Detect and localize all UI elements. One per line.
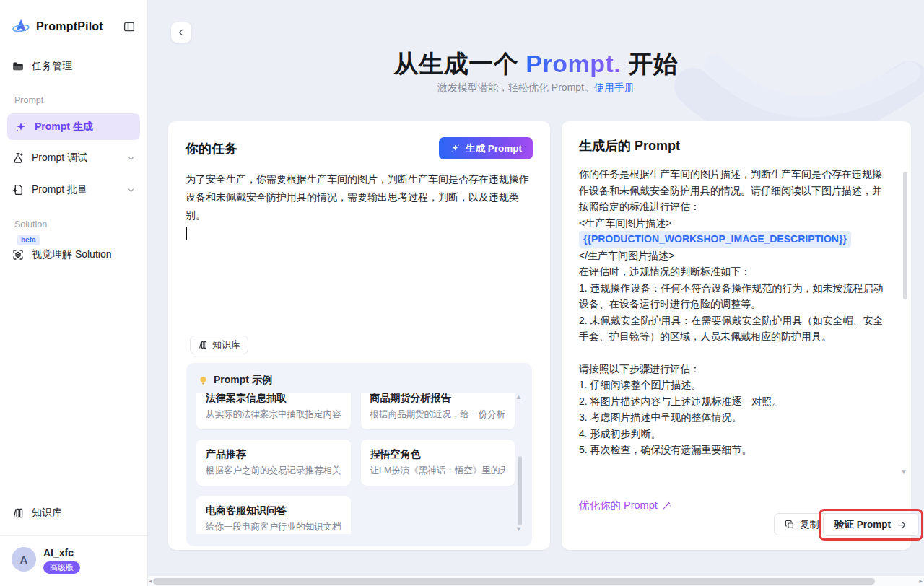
- plan-badge: 高级版: [43, 561, 80, 574]
- sidebar-item-label: 视觉理解 Solution: [32, 248, 111, 261]
- example-desc: 根据商品期货的近况，给一份分析报…: [370, 408, 506, 421]
- user-profile[interactable]: A AI_xfc 高级版: [12, 547, 140, 574]
- generate-button-label: 生成 Prompt: [466, 142, 522, 155]
- main-content: 从生成一个 Prompt. 开始 激发模型潜能，轻松优化 Prompt。使用手册…: [148, 0, 924, 586]
- section-label-solution: Solution: [14, 219, 47, 229]
- brand-name: PromptPilot: [36, 20, 116, 33]
- title-suffix: 开始: [621, 50, 678, 77]
- sidebar-collapse-icon[interactable]: [121, 19, 137, 35]
- chevron-down-icon: [126, 185, 136, 195]
- prompt-variable[interactable]: {{PRODUCTION_WORKSHOP_IMAGE_DESCRIPTION}…: [579, 231, 851, 248]
- step-item: 3. 考虑图片描述中呈现的整体情况。: [579, 409, 891, 426]
- verify-prompt-button[interactable]: 验证 Prompt: [823, 513, 919, 536]
- step-item: 1. 仔细阅读整个图片描述。: [579, 377, 891, 393]
- text-cursor: [186, 227, 187, 240]
- manual-link[interactable]: 使用手册: [594, 82, 635, 93]
- example-title: 商品期货分析报告: [370, 393, 506, 405]
- horizontal-scrollbar[interactable]: ◂ ▸: [148, 575, 924, 586]
- promptpilot-logo-icon: [12, 17, 30, 36]
- horizontal-scrollbar-thumb[interactable]: [153, 578, 875, 585]
- arrow-right-icon: [897, 520, 907, 530]
- scroll-right-arrow-icon[interactable]: ▸: [919, 577, 923, 585]
- title-highlight: Prompt.: [526, 50, 621, 77]
- example-card[interactable]: 商品期货分析报告 根据商品期货的近况，给一份分析报…: [361, 393, 515, 429]
- prompt-tag-close: </生产车间图片描述>: [579, 248, 891, 264]
- example-desc: 让LM扮演《黑神话：悟空》里的天命…: [370, 464, 506, 478]
- knowledge-chip-label: 知识库: [212, 338, 240, 351]
- avatar: A: [12, 547, 36, 572]
- sidebar-item-label: Prompt 生成: [35, 121, 93, 134]
- prompt-examples-section: Prompt 示例 法律案宗信息抽取 从实际的法律案宗中抽取指定内容，… 商品期…: [186, 363, 532, 546]
- magic-wand-icon: [661, 500, 672, 511]
- task-input[interactable]: 为了安全生产，你需要根据生产车间的图片，判断生产车间是否存在违规操作设备和未佩戴…: [186, 170, 533, 240]
- criteria-item: 2. 未佩戴安全防护用具：在需要佩戴安全防护用具（如安全帽、安全手套、护目镜等）…: [579, 312, 891, 345]
- sidebar-item-label: Prompt 批量: [32, 183, 87, 196]
- sidebar-item-knowledge-base[interactable]: 知识库: [0, 500, 147, 526]
- page-title: 从生成一个 Prompt. 开始: [148, 48, 924, 81]
- sidebar: PromptPilot 任务管理 Prompt: [0, 0, 148, 586]
- scroll-down-arrow-icon[interactable]: ▼: [515, 526, 522, 533]
- sidebar-item-vision-solution[interactable]: beta 视觉理解 Solution: [0, 244, 147, 266]
- vision-cube-icon: [12, 248, 25, 261]
- example-title: 产品推荐: [206, 447, 341, 461]
- copy-button-label: 复制: [800, 518, 819, 531]
- beta-badge: beta: [17, 235, 40, 245]
- result-panel: 生成后的 Prompt 你的任务是根据生产车间的图片描述，判断生产车间是否存在违…: [562, 121, 911, 550]
- examples-scroll-area[interactable]: 法律案宗信息抽取 从实际的法律案宗中抽取指定内容，… 商品期货分析报告 根据商品…: [196, 393, 522, 534]
- step-item: 2. 将图片描述内容与上述违规标准逐一对照。: [579, 393, 891, 410]
- section-label-prompt: Prompt: [14, 95, 43, 105]
- example-desc: 给你一段电商客户行业的知识文档，…: [206, 520, 341, 534]
- prompt-paragraph: 你的任务是根据生产车间的图片描述，判断生产车间是否存在违规操作设备和未佩戴安全防…: [579, 166, 891, 215]
- sidebar-item-label: Prompt 调试: [32, 152, 87, 165]
- example-title: 电商客服知识问答: [206, 503, 341, 517]
- title-prefix: 从生成一个: [394, 50, 526, 77]
- sidebar-item-prompt-debug[interactable]: Prompt 调试: [0, 145, 147, 171]
- verify-button-label: 验证 Prompt: [834, 518, 891, 531]
- example-card[interactable]: 法律案宗信息抽取 从实际的法律案宗中抽取指定内容，…: [196, 393, 351, 429]
- sidebar-item-label: 任务管理: [32, 60, 72, 73]
- step-item: 5. 再次检查，确保没有遗漏重要细节。: [579, 442, 891, 458]
- document-star-icon: [12, 183, 25, 196]
- flask-icon: [12, 152, 25, 165]
- example-card[interactable]: 产品推荐 根据客户之前的交易记录推荐相关产…: [196, 439, 351, 486]
- examples-scrollbar-thumb[interactable]: [518, 456, 522, 525]
- sparkle-icon: [450, 143, 461, 154]
- scroll-left-arrow-icon[interactable]: ◂: [149, 577, 152, 585]
- steps-intro: 请按照以下步骤进行评估：: [579, 361, 891, 377]
- scroll-up-arrow-icon[interactable]: ▲: [515, 394, 522, 401]
- example-title: 法律案宗信息抽取: [206, 393, 341, 405]
- result-scrollbar-thumb[interactable]: [903, 172, 907, 299]
- sidebar-item-label: 知识库: [32, 507, 62, 520]
- generate-prompt-button[interactable]: 生成 Prompt: [439, 137, 533, 159]
- books-icon: [12, 507, 25, 520]
- copy-icon: [785, 520, 795, 530]
- example-card[interactable]: 捏悟空角色 让LM扮演《黑神话：悟空》里的天命…: [361, 439, 515, 486]
- annotation-highlight-box: 验证 Prompt: [819, 509, 923, 541]
- folder-icon: [12, 60, 25, 73]
- sidebar-item-prompt-generate[interactable]: Prompt 生成: [7, 113, 140, 140]
- example-title: 捏悟空角色: [370, 447, 506, 461]
- chevron-down-icon: [126, 154, 136, 163]
- criteria-intro: 在评估时，违规情况的判断标准如下：: [579, 263, 891, 280]
- books-icon: [198, 340, 208, 350]
- task-text: 为了安全生产，你需要根据生产车间的图片，判断生产车间是否存在违规操作设备和未佩戴…: [186, 173, 529, 221]
- criteria-item: 1. 违规操作设备：任何不符合设备操作规范的行为，如未按流程启动设备、在设备运行…: [579, 280, 891, 312]
- task-panel-title: 你的任务: [186, 140, 237, 157]
- result-panel-title: 生成后的 Prompt: [579, 137, 680, 154]
- sidebar-item-task-management[interactable]: 任务管理: [0, 53, 147, 79]
- logo-row: PromptPilot: [12, 14, 137, 39]
- task-panel: 你的任务 生成 Prompt 为了安全生产，你需要根据生产车间的图片，判断生产车…: [168, 121, 550, 550]
- optimize-link-label: 优化你的 Prompt: [579, 499, 658, 512]
- user-name: AI_xfc: [43, 547, 80, 559]
- sidebar-divider: [0, 535, 147, 536]
- knowledge-base-chip[interactable]: 知识库: [190, 336, 248, 354]
- optimize-prompt-link[interactable]: 优化你的 Prompt: [579, 499, 672, 512]
- page-subtitle: 激发模型潜能，轻松优化 Prompt。使用手册: [148, 82, 924, 95]
- subtitle-text: 激发模型潜能，轻松优化 Prompt。: [437, 82, 594, 93]
- example-card[interactable]: 电商客服知识问答 给你一段电商客户行业的知识文档，…: [196, 496, 351, 534]
- scroll-down-arrow-icon[interactable]: ▼: [900, 468, 907, 476]
- generated-prompt-text[interactable]: 你的任务是根据生产车间的图片描述，判断生产车间是否存在违规操作设备和未佩戴安全防…: [579, 166, 891, 458]
- sidebar-item-prompt-batch[interactable]: Prompt 批量: [0, 177, 147, 203]
- lightbulb-icon: [198, 375, 209, 386]
- back-button[interactable]: [171, 22, 191, 43]
